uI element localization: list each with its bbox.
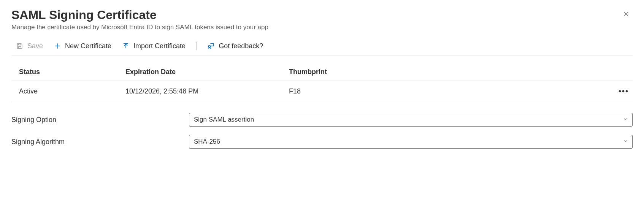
table-row[interactable]: Active 10/12/2026, 2:55:48 PM F18 ••• xyxy=(11,81,633,102)
row-more-button[interactable]: ••• xyxy=(619,87,629,96)
save-label: Save xyxy=(27,42,43,50)
panel-header: SAML Signing Certificate xyxy=(11,8,633,22)
new-certificate-button[interactable]: New Certificate xyxy=(54,42,111,50)
import-certificate-button[interactable]: Import Certificate xyxy=(122,42,186,50)
header-expiration: Expiration Date xyxy=(118,63,281,81)
form-section: Signing Option Sign SAML assertion Signi… xyxy=(11,113,633,149)
cell-status: Active xyxy=(11,81,118,102)
signing-option-label: Signing Option xyxy=(11,116,189,124)
save-icon xyxy=(16,42,24,50)
signing-algorithm-label: Signing Algorithm xyxy=(11,138,189,146)
toolbar: Save New Certificate Import Certificate … xyxy=(11,39,633,56)
table-header-row: Status Expiration Date Thumbprint xyxy=(11,63,633,81)
chevron-down-icon xyxy=(623,138,628,146)
header-status: Status xyxy=(11,63,118,81)
feedback-label: Got feedback? xyxy=(219,42,263,50)
import-certificate-label: Import Certificate xyxy=(133,42,186,50)
feedback-icon xyxy=(207,42,215,50)
new-certificate-label: New Certificate xyxy=(65,42,111,50)
upload-icon xyxy=(122,42,130,50)
plus-icon xyxy=(54,42,61,50)
feedback-button[interactable]: Got feedback? xyxy=(207,42,263,50)
signing-option-dropdown[interactable]: Sign SAML assertion xyxy=(189,113,633,127)
close-icon xyxy=(623,11,630,19)
signing-option-row: Signing Option Sign SAML assertion xyxy=(11,113,633,127)
toolbar-divider xyxy=(196,42,197,50)
certificate-table: Status Expiration Date Thumbprint Active… xyxy=(11,63,633,102)
chevron-down-icon xyxy=(623,116,628,124)
page-title: SAML Signing Certificate xyxy=(11,8,157,22)
more-icon: ••• xyxy=(619,87,629,95)
signing-algorithm-value: SHA-256 xyxy=(194,138,220,146)
save-button: Save xyxy=(16,42,43,50)
header-thumbprint: Thumbprint xyxy=(281,63,610,81)
header-actions xyxy=(610,63,633,81)
close-button[interactable] xyxy=(620,8,633,22)
signing-algorithm-row: Signing Algorithm SHA-256 xyxy=(11,135,633,149)
signing-option-value: Sign SAML assertion xyxy=(194,116,254,124)
signing-algorithm-dropdown[interactable]: SHA-256 xyxy=(189,135,633,149)
cell-expiration: 10/12/2026, 2:55:48 PM xyxy=(118,81,281,102)
page-subtitle: Manage the certificate used by Microsoft… xyxy=(11,24,633,31)
cell-thumbprint: F18 xyxy=(281,81,610,102)
